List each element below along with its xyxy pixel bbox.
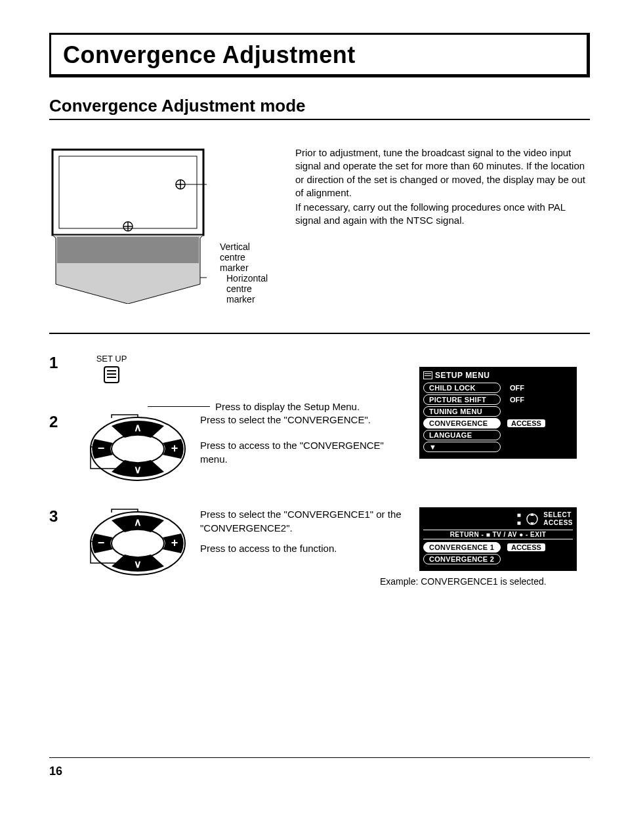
menu-item-convergence-2: CONVERGENCE 2 [423, 554, 573, 564]
connector-line [148, 406, 210, 407]
svg-point-13 [112, 434, 164, 463]
svg-text:∧: ∧ [134, 422, 142, 433]
menu-item-convergence-1: CONVERGENCE 1 ACCESS [423, 542, 573, 553]
section-divider [49, 333, 590, 334]
svg-point-19 [112, 529, 164, 558]
menu-1-title: SETUP MENU [423, 371, 573, 380]
d-pad-icon: ∧ ∨ − + [85, 413, 190, 485]
intro-para-2: If necessary, carry out the following pr… [295, 201, 590, 228]
menu-item-picture-shift: PICTURE SHIFT OFF [423, 394, 573, 405]
step-3: 3 ∧ ∨ − + Press to select the "CONVERGEN… [49, 507, 590, 587]
subtitle-rule [49, 119, 590, 120]
convergence-menu-box: ■■ SELECT ACCESS RETURN - ■ TV / AV ● - … [419, 507, 577, 571]
svg-text:+: + [171, 536, 178, 549]
step-3-line-1: Press to select the "CONVERGENCE1" or th… [200, 507, 413, 535]
step-2-text: Press to select the "CONVERGENCE". Press… [200, 413, 419, 488]
svg-text:−: − [98, 536, 105, 549]
svg-text:−: − [98, 442, 105, 455]
svg-text:∧: ∧ [134, 516, 142, 528]
intro-para-1: Prior to adjustment, tune the broadcast … [295, 146, 590, 200]
menu-1-title-text: SETUP MENU [435, 371, 490, 380]
setup-menu-icon [104, 366, 119, 383]
menu-item-child-lock: CHILD LOCK OFF [423, 383, 573, 393]
svg-rect-8 [57, 237, 199, 263]
menu-2-caption: Example: CONVERGENCE1 is selected. [380, 576, 590, 587]
tv-diagram [49, 146, 207, 304]
step-3-icon-col: ∧ ∨ − + [75, 507, 200, 587]
menu-2-return-bar: RETURN - ■ TV / AV ● - EXIT [423, 530, 573, 539]
setup-label: SET UP [75, 354, 148, 364]
step-3-text: Press to select the "CONVERGENCE1" or th… [200, 507, 419, 587]
svg-text:∨: ∨ [134, 464, 142, 475]
menu-2-col: ■■ SELECT ACCESS RETURN - ■ TV / AV ● - … [419, 507, 590, 587]
subtitle-section: Convergence Adjustment mode [49, 96, 590, 120]
step-2-line-1: Press to select the "CONVERGENCE". [200, 413, 413, 427]
svg-rect-1 [59, 156, 197, 228]
step-2: 2 ∧ ∨ − + Press to select the "CONVERGEN… [49, 413, 590, 488]
step-2-icon-col: ∧ ∨ − + [75, 413, 200, 488]
spacer [419, 413, 590, 488]
step-3-number: 3 [49, 507, 75, 587]
list-icon [423, 371, 432, 379]
page-title: Convergence Adjustment [63, 41, 575, 69]
step-2-number: 2 [49, 413, 75, 488]
step-2-line-2: Press to access to the "CONVERGENCE" men… [200, 438, 413, 466]
menu-2-header-icons: ■■ SELECT ACCESS [423, 511, 573, 527]
tv-diagram-col: Vertical centre marker Horizontal centre… [49, 146, 246, 306]
footer-rule [49, 757, 590, 758]
menu-2-select-label: SELECT [543, 511, 571, 518]
intro-text: Prior to adjustment, tune the broadcast … [295, 146, 590, 306]
step-3-line-2: Press to access to the function. [200, 541, 413, 555]
horizontal-marker-label: Horizontal centre marker [226, 273, 268, 304]
vertical-marker-label: Vertical centre marker [220, 242, 250, 273]
page-number: 16 [49, 761, 590, 778]
intro-block: Vertical centre marker Horizontal centre… [49, 146, 590, 306]
d-pad-small-icon [525, 512, 539, 526]
menu-2-access-label: ACCESS [543, 519, 573, 526]
svg-text:∨: ∨ [134, 558, 142, 570]
step-1-instruction: Press to display the Setup Menu. [215, 400, 360, 413]
title-box: Convergence Adjustment [49, 33, 590, 77]
svg-text:+: + [171, 442, 178, 455]
d-pad-icon: ∧ ∨ − + [85, 507, 190, 579]
section-subtitle: Convergence Adjustment mode [49, 96, 590, 116]
